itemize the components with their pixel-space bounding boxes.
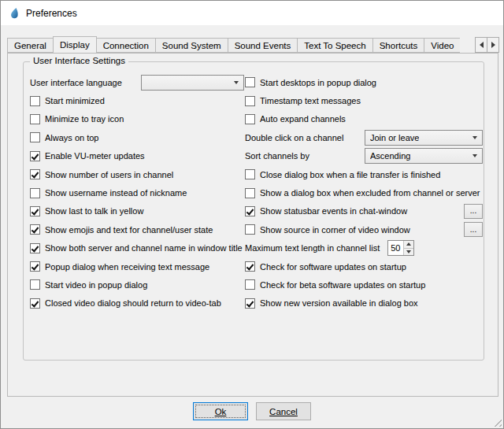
checkbox-show-both-server-and-channel-name-in-window-title[interactable]: [30, 243, 40, 253]
checkbox-start-minimized[interactable]: [30, 96, 40, 106]
tab-video[interactable]: Video: [424, 38, 460, 53]
tab-scroll-buttons: [476, 37, 499, 53]
checkbox-row-check-for-beta-software-updates-on-startup[interactable]: Check for beta software updates on start…: [245, 276, 483, 294]
ok-button[interactable]: Ok: [193, 402, 248, 420]
checkbox-show-new-version-available-in-dialog-box[interactable]: [245, 298, 255, 309]
checkbox-row-auto-expand-channels[interactable]: Auto expand channels: [245, 110, 483, 128]
more-button-show-source-in-corner-of-video-window[interactable]: ...: [464, 222, 483, 237]
tab-connection[interactable]: Connection: [96, 38, 156, 53]
setting-label: Timestamp text messages: [260, 96, 361, 105]
spin-up-button[interactable]: [404, 241, 413, 249]
spinbox-buttons: [403, 241, 413, 255]
checkbox-start-desktops-in-popup-dialog[interactable]: [245, 77, 255, 87]
combobox-value: Ascending: [370, 151, 410, 161]
tab-display[interactable]: Display: [53, 36, 97, 53]
checkbox-show-emojis-and-text-for-channel-user-state[interactable]: [30, 224, 40, 235]
group-title: User Interface Settings: [30, 56, 128, 65]
checkbox-row-check-for-software-updates-on-startup[interactable]: Check for software updates on startup: [245, 257, 483, 276]
more-button-show-statusbar-events-in-chat-window[interactable]: ...: [464, 204, 483, 219]
checkbox-check-for-beta-software-updates-on-startup[interactable]: [245, 279, 255, 290]
checkbox-row-show-number-of-users-in-channel[interactable]: Show number of users in channel: [30, 165, 244, 183]
setting-label: Check for beta software updates on start…: [260, 280, 425, 290]
cancel-button[interactable]: Cancel: [256, 402, 311, 420]
setting-row-user-interface-language: User interface language: [30, 73, 244, 91]
checkbox-show-statusbar-events-in-chat-window[interactable]: [245, 206, 255, 216]
setting-label: Start video in popup dialog: [45, 280, 147, 290]
chevron-down-icon: [472, 136, 477, 139]
checkbox-show-source-in-corner-of-video-window[interactable]: [245, 224, 255, 235]
checkbox-start-video-in-popup-dialog[interactable]: [30, 279, 40, 290]
tab-sound-events[interactable]: Sound Events: [228, 38, 298, 53]
sort-channels-by-combobox[interactable]: Ascending: [365, 148, 483, 164]
checkbox-row-always-on-top[interactable]: Always on top: [30, 128, 244, 146]
checkbox-row-show-username-instead-of-nickname[interactable]: Show username instead of nickname: [30, 183, 244, 202]
checkbox-popup-dialog-when-receiving-text-message[interactable]: [30, 261, 40, 272]
checkbox-check-for-software-updates-on-startup[interactable]: [245, 261, 255, 272]
maximum-text-length-in-channel-list-spinbox[interactable]: 50: [387, 240, 414, 256]
checkbox-show-last-to-talk-in-yellow[interactable]: [30, 206, 40, 216]
setting-label: Show new version available in dialog box: [260, 298, 418, 308]
setting-label: Maximum text length in channel list: [245, 243, 380, 253]
setting-label: Show a dialog box when excluded from cha…: [260, 188, 480, 198]
tab-list: GeneralDisplayConnectionSound SystemSoun…: [7, 36, 460, 53]
tab-shortcuts[interactable]: Shortcuts: [372, 38, 425, 53]
checkbox-show-number-of-users-in-channel[interactable]: [30, 169, 40, 179]
setting-label: Start minimized: [45, 96, 105, 105]
window-title: Preferences: [26, 8, 77, 19]
setting-label: Check for software updates on startup: [260, 262, 406, 272]
spinbox-value: 50: [388, 241, 403, 255]
setting-label: Show emojis and text for channel/user st…: [45, 225, 213, 235]
checkbox-row-popup-dialog-when-receiving-text-message[interactable]: Popup dialog when receiving text message: [30, 257, 244, 276]
checkbox-enable-vu-meter-updates[interactable]: [30, 151, 40, 161]
tab-sound-system[interactable]: Sound System: [155, 38, 228, 53]
checkbox-row-start-video-in-popup-dialog[interactable]: Start video in popup dialog: [30, 276, 244, 294]
checkbox-row-start-minimized[interactable]: Start minimized: [30, 91, 244, 109]
checkbox-row-show-last-to-talk-in-yellow[interactable]: Show last to talk in yellow: [30, 202, 244, 220]
tab-general[interactable]: General: [7, 38, 54, 53]
checkbox-row-show-new-version-available-in-dialog-box[interactable]: Show new version available in dialog box: [245, 294, 483, 313]
teamtalk-icon: [8, 7, 20, 20]
tab-text-to-speech[interactable]: Text To Speech: [297, 38, 372, 53]
user-interface-settings-group: User Interface Settings User interface l…: [23, 61, 484, 361]
settings-right-column: Start desktops in popup dialogTimestamp …: [245, 73, 483, 313]
setting-label: Show number of users in channel: [45, 170, 173, 179]
setting-label: Auto expand channels: [260, 114, 346, 124]
arrow-down-icon: [406, 250, 411, 253]
checkbox-row-timestamp-text-messages[interactable]: Timestamp text messages: [245, 91, 483, 109]
checkbox-row-close-dialog-box-when-a-file-transfer-is-finished[interactable]: Close dialog box when a file transfer is…: [245, 165, 483, 183]
title-bar[interactable]: Preferences: [1, 1, 503, 25]
checkbox-row-show-source-in-corner-of-video-window[interactable]: Show source in corner of video window...: [245, 220, 483, 239]
checkbox-always-on-top[interactable]: [30, 132, 40, 142]
checkbox-close-dialog-box-when-a-file-transfer-is-finished[interactable]: [245, 169, 255, 179]
checkbox-row-enable-vu-meter-updates[interactable]: Enable VU-meter updates: [30, 147, 244, 165]
checkbox-row-start-desktops-in-popup-dialog[interactable]: Start desktops in popup dialog: [245, 73, 483, 91]
spin-down-button[interactable]: [404, 249, 413, 256]
setting-label: Popup dialog when receiving text message: [45, 262, 209, 272]
setting-label: Show last to talk in yellow: [45, 206, 143, 216]
checkbox-row-closed-video-dialog-should-return-to-video-tab[interactable]: Closed video dialog should return to vid…: [30, 294, 244, 313]
checkbox-row-show-emojis-and-text-for-channel-user-state[interactable]: Show emojis and text for channel/user st…: [30, 220, 244, 239]
setting-label: Enable VU-meter updates: [45, 151, 145, 161]
arrow-right-icon: [491, 42, 495, 48]
checkbox-show-a-dialog-box-when-excluded-from-channel-or-server[interactable]: [245, 188, 255, 198]
checkbox-show-username-instead-of-nickname[interactable]: [30, 188, 40, 198]
checkbox-row-show-a-dialog-box-when-excluded-from-channel-or-server[interactable]: Show a dialog box when excluded from cha…: [245, 183, 483, 202]
setting-label: Always on top: [45, 133, 98, 142]
checkbox-closed-video-dialog-should-return-to-video-tab[interactable]: [30, 298, 40, 309]
checkbox-row-show-both-server-and-channel-name-in-window-title[interactable]: Show both server and channel name in win…: [30, 239, 244, 257]
combobox-value: Join or leave: [370, 133, 419, 142]
checkbox-auto-expand-channels[interactable]: [245, 114, 255, 124]
checkbox-row-minimize-to-tray-icon[interactable]: Minimize to tray icon: [30, 110, 244, 128]
checkbox-row-show-statusbar-events-in-chat-window[interactable]: Show statusbar events in chat-window...: [245, 202, 483, 220]
tab-scroll-right-button[interactable]: [487, 37, 499, 53]
setting-label: Show statusbar events in chat-window: [260, 206, 407, 216]
checkbox-timestamp-text-messages[interactable]: [245, 96, 255, 106]
chevron-down-icon: [472, 154, 477, 157]
user-interface-language-combobox[interactable]: [141, 75, 244, 91]
tab-scroll-left-button[interactable]: [475, 37, 487, 53]
checkbox-minimize-to-tray-icon[interactable]: [30, 114, 40, 124]
preferences-dialog: Preferences GeneralDisplayConnectionSoun…: [0, 0, 504, 429]
setting-label: Minimize to tray icon: [45, 114, 124, 124]
setting-label: Show both server and channel name in win…: [45, 243, 243, 253]
double-click-on-a-channel-combobox[interactable]: Join or leave: [365, 130, 483, 146]
